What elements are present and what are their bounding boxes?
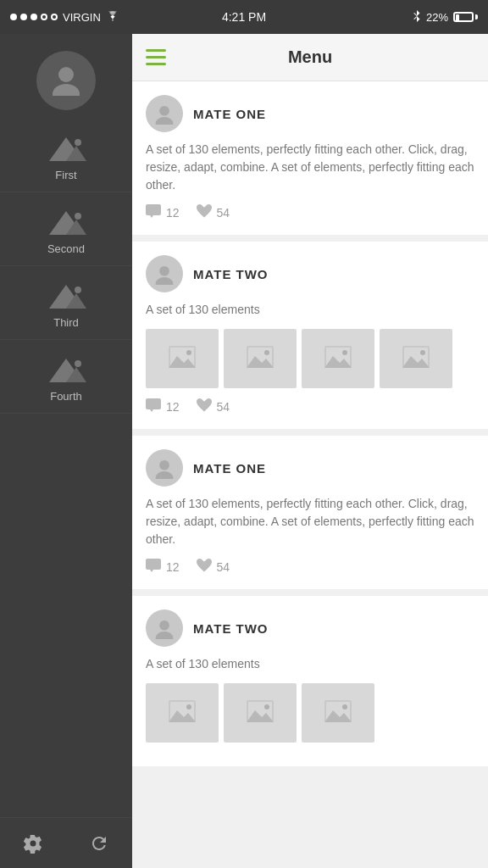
post-stats: 12 54	[146, 398, 474, 415]
post-avatar	[146, 449, 183, 487]
post-body: A set of 130 elements	[146, 655, 474, 673]
refresh-button[interactable]	[66, 818, 132, 868]
post-avatar	[146, 255, 183, 292]
svg-point-4	[75, 139, 81, 146]
svg-point-37	[156, 632, 174, 639]
status-right: 22%	[413, 9, 478, 25]
heart-icon	[197, 559, 212, 576]
dot-5	[51, 14, 58, 20]
svg-point-36	[159, 620, 169, 631]
image-placeholder-icon	[247, 346, 274, 371]
fourth-mountain-icon	[45, 355, 87, 385]
post-body: A set of 130 elements, perfectly fitting…	[146, 141, 474, 194]
like-count: 54	[217, 560, 230, 574]
post-image-thumb	[146, 683, 219, 743]
post-image-thumb	[302, 683, 374, 743]
post-author: MATE ONE	[193, 107, 266, 121]
user-avatar[interactable]	[36, 51, 96, 110]
sidebar-nav: First Second	[0, 119, 132, 817]
comment-icon	[146, 398, 161, 415]
post-body: A set of 130 elements	[146, 301, 474, 319]
image-placeholder-icon	[402, 346, 430, 371]
sidebar-item-second[interactable]: Second	[0, 192, 132, 266]
comment-count: 12	[166, 400, 180, 414]
post-body: A set of 130 elements, perfectly fitting…	[146, 495, 474, 548]
hamburger-line-1	[146, 49, 166, 52]
app-header: Menu	[132, 34, 488, 81]
post-image-thumb	[302, 329, 374, 388]
hamburger-line-2	[146, 56, 166, 58]
svg-point-33	[420, 350, 425, 355]
post-card: MATE ONE A set of 130 elements, perfectl…	[132, 436, 488, 589]
svg-point-21	[186, 350, 191, 355]
post-image-thumb	[380, 329, 452, 388]
post-card: MATE TWO A set of 130 elements	[132, 596, 488, 766]
image-placeholder-icon	[247, 700, 274, 726]
dot-1	[10, 14, 17, 20]
post-images	[146, 683, 474, 743]
sidebar-item-fourth[interactable]: Fourth	[0, 340, 132, 414]
svg-point-17	[156, 277, 174, 285]
sidebar-item-second-label: Second	[47, 242, 85, 255]
post-avatar	[146, 609, 183, 647]
svg-point-7	[75, 213, 81, 220]
comment-count: 12	[166, 560, 180, 574]
post-stats: 12 54	[146, 559, 474, 576]
svg-point-34	[159, 460, 169, 470]
sidebar-item-first[interactable]: First	[0, 119, 132, 192]
dot-3	[30, 14, 37, 20]
signal-dots	[10, 14, 58, 20]
post-image-thumb	[146, 329, 219, 388]
heart-icon	[197, 398, 212, 415]
comment-count: 12	[166, 206, 180, 220]
post-card: MATE TWO A set of 130 elements	[132, 242, 488, 429]
post-header: MATE TWO	[146, 255, 474, 292]
carrier-label: VIRGIN	[63, 11, 101, 24]
post-image-thumb	[224, 329, 297, 388]
sidebar-footer	[0, 817, 132, 868]
svg-point-10	[75, 287, 81, 293]
sidebar: First Second	[0, 34, 132, 868]
sidebar-item-third-label: Third	[53, 316, 79, 329]
dot-2	[20, 14, 27, 20]
status-left: VIRGIN	[10, 10, 119, 24]
svg-point-13	[75, 360, 81, 367]
svg-point-45	[264, 704, 269, 709]
like-stat: 54	[197, 204, 230, 221]
image-placeholder-icon	[169, 700, 196, 726]
post-author: MATE TWO	[193, 267, 269, 281]
first-mountain-icon	[45, 134, 87, 164]
like-stat: 54	[197, 398, 230, 415]
hamburger-line-3	[146, 63, 166, 65]
feed[interactable]: MATE ONE A set of 130 elements, perfectl…	[132, 81, 488, 868]
wifi-icon	[106, 10, 119, 24]
sidebar-item-third[interactable]: Third	[0, 266, 132, 340]
post-images	[146, 329, 474, 388]
like-count: 54	[217, 206, 230, 220]
third-mountain-icon	[45, 281, 87, 311]
image-placeholder-icon	[324, 700, 352, 726]
image-placeholder-icon	[169, 346, 196, 371]
post-card: MATE ONE A set of 130 elements, perfectl…	[132, 81, 488, 235]
svg-point-15	[156, 117, 174, 125]
svg-point-14	[159, 106, 169, 116]
status-time: 4:21 PM	[222, 10, 266, 24]
comment-stat: 12	[146, 559, 180, 576]
post-header: MATE ONE	[146, 95, 474, 132]
svg-point-41	[186, 704, 191, 709]
post-avatar	[146, 95, 183, 132]
post-header: MATE TWO	[146, 609, 474, 647]
post-author: MATE ONE	[193, 461, 266, 476]
settings-button[interactable]	[0, 818, 66, 868]
hamburger-button[interactable]	[146, 49, 166, 65]
status-bar: VIRGIN 4:21 PM 22%	[0, 0, 488, 34]
main-content: Menu MATE ONE A set of 130 elements, per…	[132, 34, 488, 868]
comment-stat: 12	[146, 204, 180, 221]
post-header: MATE ONE	[146, 449, 474, 487]
post-stats: 12 54	[146, 204, 474, 221]
post-image-thumb	[224, 683, 297, 743]
page-title: Menu	[288, 47, 363, 67]
comment-icon	[146, 559, 161, 576]
sidebar-item-fourth-label: Fourth	[50, 390, 82, 403]
image-placeholder-icon	[324, 346, 352, 371]
